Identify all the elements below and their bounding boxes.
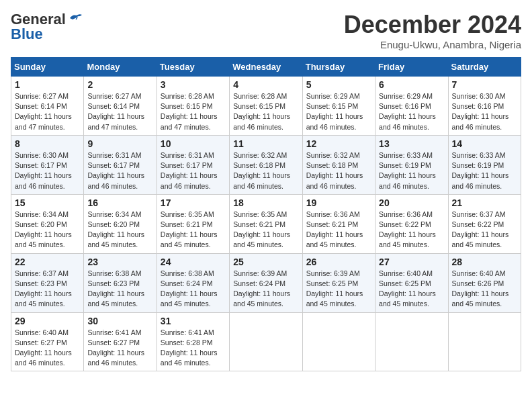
calendar-day-cell: 1 Sunrise: 6:27 AM Sunset: 6:14 PM Dayli… [11, 77, 84, 136]
day-number: 21 [452, 197, 517, 208]
calendar-day-cell: 17 Sunrise: 6:35 AM Sunset: 6:21 PM Dayl… [157, 194, 229, 253]
day-info: Sunrise: 6:35 AM Sunset: 6:21 PM Dayligh… [233, 210, 298, 250]
calendar-day-cell: 5 Sunrise: 6:29 AM Sunset: 6:15 PM Dayli… [302, 77, 375, 136]
day-number: 4 [233, 79, 298, 90]
day-info: Sunrise: 6:30 AM Sunset: 6:16 PM Dayligh… [452, 91, 517, 132]
calendar-day-cell: 14 Sunrise: 6:33 AM Sunset: 6:19 PM Dayl… [448, 135, 521, 194]
day-info: Sunrise: 6:40 AM Sunset: 6:26 PM Dayligh… [452, 269, 517, 310]
calendar-day-cell: 21 Sunrise: 6:37 AM Sunset: 6:22 PM Dayl… [448, 194, 521, 253]
calendar-day-cell: 12 Sunrise: 6:32 AM Sunset: 6:18 PM Dayl… [302, 135, 375, 194]
day-info: Sunrise: 6:34 AM Sunset: 6:20 PM Dayligh… [87, 210, 152, 250]
day-number: 10 [161, 138, 226, 149]
calendar-week-row: 1 Sunrise: 6:27 AM Sunset: 6:14 PM Dayli… [11, 77, 521, 136]
day-info: Sunrise: 6:28 AM Sunset: 6:15 PM Dayligh… [161, 91, 226, 132]
day-number: 30 [87, 316, 152, 326]
calendar-header-day: Wednesday [230, 58, 302, 77]
calendar-header-day: Tuesday [157, 58, 229, 77]
day-number: 17 [161, 197, 226, 208]
calendar-day-cell: 26 Sunrise: 6:39 AM Sunset: 6:25 PM Dayl… [302, 253, 375, 312]
day-info: Sunrise: 6:36 AM Sunset: 6:21 PM Dayligh… [306, 210, 371, 250]
calendar-day-cell: 3 Sunrise: 6:28 AM Sunset: 6:15 PM Dayli… [157, 77, 229, 136]
calendar-week-row: 29 Sunrise: 6:40 AM Sunset: 6:27 PM Dayl… [11, 312, 521, 371]
day-number: 7 [452, 79, 517, 90]
calendar-day-cell: 19 Sunrise: 6:36 AM Sunset: 6:21 PM Dayl… [302, 194, 375, 253]
day-info: Sunrise: 6:39 AM Sunset: 6:24 PM Dayligh… [233, 269, 298, 310]
logo-blue: Blue [11, 26, 43, 43]
day-number: 8 [15, 138, 80, 149]
day-number: 20 [379, 197, 444, 208]
day-info: Sunrise: 6:28 AM Sunset: 6:15 PM Dayligh… [233, 91, 298, 132]
calendar-day-cell: 8 Sunrise: 6:30 AM Sunset: 6:17 PM Dayli… [11, 135, 84, 194]
logo: General Blue [11, 11, 83, 43]
day-number: 19 [306, 197, 371, 208]
day-info: Sunrise: 6:37 AM Sunset: 6:22 PM Dayligh… [452, 210, 517, 250]
calendar-day-cell: 9 Sunrise: 6:31 AM Sunset: 6:17 PM Dayli… [84, 135, 157, 194]
day-info: Sunrise: 6:41 AM Sunset: 6:28 PM Dayligh… [161, 328, 226, 369]
calendar-week-row: 15 Sunrise: 6:34 AM Sunset: 6:20 PM Dayl… [11, 194, 521, 253]
day-info: Sunrise: 6:27 AM Sunset: 6:14 PM Dayligh… [87, 91, 152, 132]
calendar-table: SundayMondayTuesdayWednesdayThursdayFrid… [11, 57, 521, 371]
calendar-day-cell [375, 312, 448, 371]
day-info: Sunrise: 6:30 AM Sunset: 6:17 PM Dayligh… [15, 150, 80, 191]
day-number: 3 [161, 79, 226, 90]
calendar-day-cell: 15 Sunrise: 6:34 AM Sunset: 6:20 PM Dayl… [11, 194, 84, 253]
calendar-day-cell: 7 Sunrise: 6:30 AM Sunset: 6:16 PM Dayli… [448, 77, 521, 136]
day-info: Sunrise: 6:39 AM Sunset: 6:25 PM Dayligh… [306, 269, 371, 310]
calendar-header-day: Saturday [448, 58, 521, 77]
day-info: Sunrise: 6:34 AM Sunset: 6:20 PM Dayligh… [15, 210, 80, 250]
day-info: Sunrise: 6:36 AM Sunset: 6:22 PM Dayligh… [379, 210, 444, 250]
day-info: Sunrise: 6:31 AM Sunset: 6:17 PM Dayligh… [161, 150, 226, 191]
title-area: December 2024 Enugu-Ukwu, Anambra, Niger… [344, 11, 521, 50]
day-number: 13 [379, 138, 444, 149]
calendar-day-cell [448, 312, 521, 371]
day-number: 5 [306, 79, 371, 90]
day-info: Sunrise: 6:27 AM Sunset: 6:14 PM Dayligh… [15, 91, 80, 132]
calendar-week-row: 22 Sunrise: 6:37 AM Sunset: 6:23 PM Dayl… [11, 253, 521, 312]
day-number: 31 [161, 316, 226, 326]
calendar-day-cell: 4 Sunrise: 6:28 AM Sunset: 6:15 PM Dayli… [230, 77, 302, 136]
calendar-day-cell: 27 Sunrise: 6:40 AM Sunset: 6:25 PM Dayl… [375, 253, 448, 312]
day-number: 24 [161, 257, 226, 267]
day-number: 14 [452, 138, 517, 149]
calendar-header-day: Thursday [302, 58, 375, 77]
day-number: 26 [306, 257, 371, 267]
calendar-day-cell: 20 Sunrise: 6:36 AM Sunset: 6:22 PM Dayl… [375, 194, 448, 253]
day-number: 6 [379, 79, 444, 90]
day-info: Sunrise: 6:29 AM Sunset: 6:15 PM Dayligh… [306, 91, 371, 132]
day-info: Sunrise: 6:35 AM Sunset: 6:21 PM Dayligh… [161, 210, 226, 250]
day-info: Sunrise: 6:33 AM Sunset: 6:19 PM Dayligh… [452, 150, 517, 191]
calendar-day-cell: 28 Sunrise: 6:40 AM Sunset: 6:26 PM Dayl… [448, 253, 521, 312]
day-number: 28 [452, 257, 517, 267]
day-number: 16 [87, 197, 152, 208]
day-info: Sunrise: 6:31 AM Sunset: 6:17 PM Dayligh… [87, 150, 152, 191]
calendar-day-cell: 13 Sunrise: 6:33 AM Sunset: 6:19 PM Dayl… [375, 135, 448, 194]
calendar-day-cell: 6 Sunrise: 6:29 AM Sunset: 6:16 PM Dayli… [375, 77, 448, 136]
calendar-day-cell: 25 Sunrise: 6:39 AM Sunset: 6:24 PM Dayl… [230, 253, 302, 312]
calendar-body: 1 Sunrise: 6:27 AM Sunset: 6:14 PM Dayli… [11, 77, 521, 371]
calendar-header-day: Friday [375, 58, 448, 77]
calendar-day-cell: 22 Sunrise: 6:37 AM Sunset: 6:23 PM Dayl… [11, 253, 84, 312]
logo-bird-icon [69, 13, 83, 25]
day-number: 15 [15, 197, 80, 208]
day-info: Sunrise: 6:33 AM Sunset: 6:19 PM Dayligh… [379, 150, 444, 191]
day-info: Sunrise: 6:32 AM Sunset: 6:18 PM Dayligh… [306, 150, 371, 191]
calendar-day-cell: 10 Sunrise: 6:31 AM Sunset: 6:17 PM Dayl… [157, 135, 229, 194]
calendar-day-cell [302, 312, 375, 371]
day-info: Sunrise: 6:37 AM Sunset: 6:23 PM Dayligh… [15, 269, 80, 310]
day-number: 1 [15, 79, 80, 90]
calendar-day-cell: 29 Sunrise: 6:40 AM Sunset: 6:27 PM Dayl… [11, 312, 84, 371]
calendar-day-cell: 16 Sunrise: 6:34 AM Sunset: 6:20 PM Dayl… [84, 194, 157, 253]
calendar-day-cell: 11 Sunrise: 6:32 AM Sunset: 6:18 PM Dayl… [230, 135, 302, 194]
calendar-day-cell [230, 312, 302, 371]
calendar-header-row: SundayMondayTuesdayWednesdayThursdayFrid… [11, 58, 521, 77]
calendar-day-cell: 23 Sunrise: 6:38 AM Sunset: 6:23 PM Dayl… [84, 253, 157, 312]
calendar-day-cell: 30 Sunrise: 6:41 AM Sunset: 6:27 PM Dayl… [84, 312, 157, 371]
day-number: 29 [15, 316, 80, 326]
calendar-header-day: Sunday [11, 58, 84, 77]
day-info: Sunrise: 6:32 AM Sunset: 6:18 PM Dayligh… [233, 150, 298, 191]
calendar-week-row: 8 Sunrise: 6:30 AM Sunset: 6:17 PM Dayli… [11, 135, 521, 194]
day-number: 9 [87, 138, 152, 149]
calendar-day-cell: 24 Sunrise: 6:38 AM Sunset: 6:24 PM Dayl… [157, 253, 229, 312]
day-number: 12 [306, 138, 371, 149]
day-info: Sunrise: 6:29 AM Sunset: 6:16 PM Dayligh… [379, 91, 444, 132]
